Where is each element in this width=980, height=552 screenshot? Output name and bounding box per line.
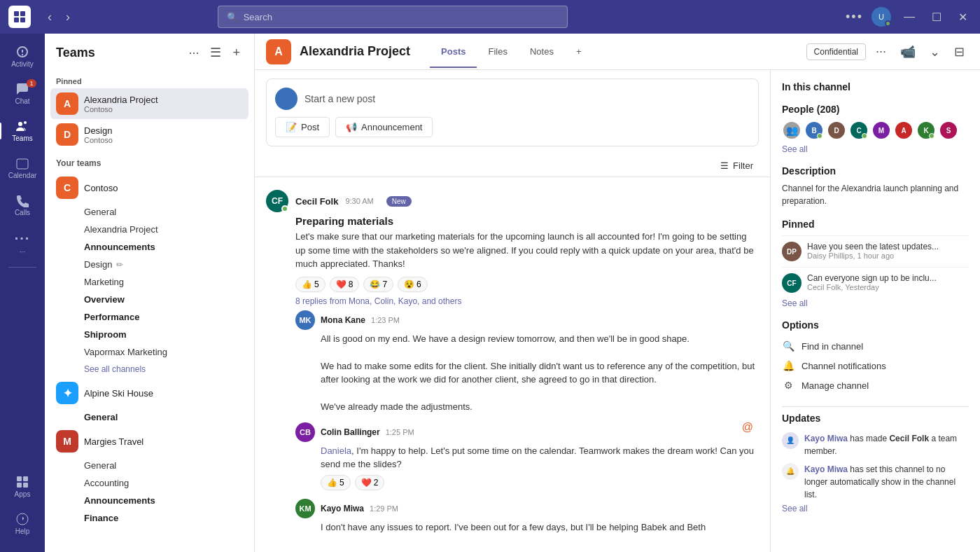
channel-announcements[interactable]: Announcements	[50, 238, 248, 256]
update-item-2: 🔔 Kayo Miwa has set this channel to no l…	[782, 460, 969, 504]
team-contoso[interactable]: C Contoso ···	[50, 172, 248, 203]
channel-header: A Alexandria Project Posts Files Notes +…	[255, 34, 980, 70]
back-button[interactable]: ‹	[42, 7, 57, 27]
design-pencil-icon: ✏	[116, 260, 123, 270]
posts-area: Start a new post 📝 Post 📢 Announcement	[255, 70, 770, 552]
pinned-item-2[interactable]: CF Can everyone sign up to be inclu... C…	[782, 267, 969, 298]
video-call-button[interactable]: 📹	[896, 41, 920, 62]
reply-time: 1:25 PM	[386, 428, 414, 436]
channel-margies-general[interactable]: General	[50, 457, 248, 474]
channel-shiproom[interactable]: Shiproom	[50, 326, 248, 343]
more-options-button[interactable]: •••	[846, 10, 863, 25]
filter-button[interactable]: ☰ Filter	[715, 158, 759, 174]
online-indicator	[281, 205, 288, 212]
pinned-item-1[interactable]: DP Have you seen the latest updates... D…	[782, 235, 969, 267]
reply-header: CB Colin Ballinger 1:25 PM @	[295, 422, 759, 442]
announcement-button[interactable]: 📢 Announcement	[335, 117, 433, 137]
channel-title: Alexandria Project	[300, 44, 410, 59]
see-all-channels[interactable]: See all channels	[50, 361, 248, 378]
tab-posts[interactable]: Posts	[430, 36, 477, 68]
reply-header: KM Kayo Miwa 1:29 PM	[295, 499, 759, 518]
pinned-see-all[interactable]: See all	[782, 298, 969, 308]
side-panel-button[interactable]: ⊟	[950, 41, 969, 62]
team-icon-alpine: ✦	[56, 382, 78, 404]
search-input[interactable]	[244, 12, 559, 22]
messages-scroll[interactable]: CF Cecil Folk 9:30 AM New Preparing mate…	[255, 177, 770, 552]
reaction-thumbs-up[interactable]: 👍5	[295, 277, 326, 292]
channel-margies-finance[interactable]: Finance	[50, 509, 248, 527]
search-bar[interactable]: 🔍	[218, 6, 568, 28]
channel-alpine-general[interactable]: General	[50, 408, 248, 426]
sidebar-item-teams[interactable]: Teams	[4, 113, 41, 148]
find-in-channel-option[interactable]: 🔍 Find in channel	[782, 336, 969, 356]
channel-vapormax[interactable]: Vapormax Marketing	[50, 343, 248, 361]
channel-margies-accounting[interactable]: Accounting	[50, 474, 248, 492]
filter-icon: ☰	[720, 160, 729, 171]
post-button[interactable]: 📝 Post	[275, 117, 330, 137]
svg-point-4	[18, 122, 22, 126]
new-post-placeholder[interactable]: Start a new post	[304, 93, 375, 104]
right-panel: In this channel People (208) 👥 B D C M A…	[770, 70, 980, 552]
updates-see-all[interactable]: See all	[782, 504, 969, 513]
sidebar-item-help[interactable]: Help	[4, 506, 41, 541]
teams-add-button[interactable]: +	[230, 43, 243, 63]
titlebar: ‹ › 🔍 ••• U — ☐ ✕	[0, 0, 980, 34]
maximize-button[interactable]: ☐	[927, 9, 946, 25]
sidebar-item-apps[interactable]: Apps	[4, 469, 41, 504]
svg-rect-7	[17, 476, 22, 481]
channel-logo: A	[266, 39, 291, 64]
tab-files[interactable]: Files	[477, 36, 518, 68]
calendar-label: Calendar	[8, 172, 37, 179]
channel-notifications-option[interactable]: 🔔 Channel notifications	[782, 356, 969, 375]
pinned-sub-1: Daisy Phillips, 1 hour ago	[807, 251, 969, 260]
tab-notes[interactable]: Notes	[519, 36, 565, 68]
pinned-section: Pinned DP Have you seen the latest updat…	[782, 219, 969, 308]
manage-channel-option[interactable]: ⚙ Manage channel	[782, 375, 969, 395]
chat-label: Chat	[15, 97, 29, 105]
reaction-thumbs-up[interactable]: 👍5	[321, 475, 351, 490]
channel-more-button[interactable]: ···	[872, 41, 890, 62]
people-avatar-6: K	[916, 120, 936, 140]
sidebar-item-chat[interactable]: Chat 1	[4, 76, 41, 111]
message-block: CF Cecil Folk 9:30 AM New Preparing mate…	[266, 183, 759, 545]
channel-performance[interactable]: Performance	[50, 308, 248, 326]
sidebar-item-activity[interactable]: Activity	[4, 39, 41, 74]
mention-daniela[interactable]: Daniela	[321, 446, 351, 456]
channel-margies-announcements[interactable]: Announcements	[50, 492, 248, 509]
replies-link[interactable]: 8 replies from Mona, Colin, Kayo, and ot…	[295, 296, 461, 306]
reaction-heart[interactable]: ❤️8	[330, 277, 360, 292]
sidebar-item-calls[interactable]: Calls	[4, 188, 41, 222]
reaction-heart[interactable]: ❤️2	[355, 475, 385, 490]
sidebar-item-more[interactable]: ··· ···	[4, 225, 41, 261]
pinned-alexandria-project[interactable]: A Alexandria Project Contoso ···	[50, 88, 248, 119]
pinned-design[interactable]: D Design Contoso ···	[50, 119, 248, 150]
team-margies[interactable]: M Margies Travel ···	[50, 426, 248, 457]
confidential-badge[interactable]: Confidential	[806, 43, 866, 60]
update-text-2: Kayo Miwa has set this channel to no lon…	[804, 463, 969, 501]
update-link-kayo-2[interactable]: Kayo Miwa	[804, 464, 848, 474]
teams-more-button[interactable]: ···	[186, 43, 202, 63]
message-content: Preparing materials Let's make sure that…	[295, 215, 759, 292]
reaction-laugh[interactable]: 😂7	[363, 277, 393, 292]
channel-design[interactable]: Design ✏	[50, 256, 248, 273]
tab-add[interactable]: +	[565, 36, 593, 68]
teams-filter-button[interactable]: ☰	[207, 42, 224, 63]
team-alpine[interactable]: ✦ Alpine Ski House ···	[50, 378, 248, 408]
sidebar-item-calendar[interactable]: Calendar	[4, 151, 41, 185]
post-icon: 📝	[286, 122, 297, 132]
update-link-kayo-1[interactable]: Kayo Miwa	[804, 434, 848, 443]
people-see-all[interactable]: See all	[782, 144, 969, 154]
channel-marketing[interactable]: Marketing	[50, 273, 248, 291]
reply-time: 1:29 PM	[370, 504, 398, 513]
expand-button[interactable]: ⌄	[925, 41, 944, 62]
options-title: Options	[782, 319, 969, 331]
team-name-margies: Margies Travel	[84, 436, 223, 447]
channel-general[interactable]: General	[50, 203, 248, 221]
channel-alexandria-project[interactable]: Alexandria Project	[50, 221, 248, 238]
channel-overview[interactable]: Overview	[50, 291, 248, 308]
reaction-wow[interactable]: 😵6	[398, 277, 428, 292]
reply-reactions: 👍5 ❤️2	[295, 475, 759, 490]
minimize-button[interactable]: —	[899, 9, 919, 25]
forward-button[interactable]: ›	[60, 7, 76, 27]
close-button[interactable]: ✕	[954, 9, 972, 25]
